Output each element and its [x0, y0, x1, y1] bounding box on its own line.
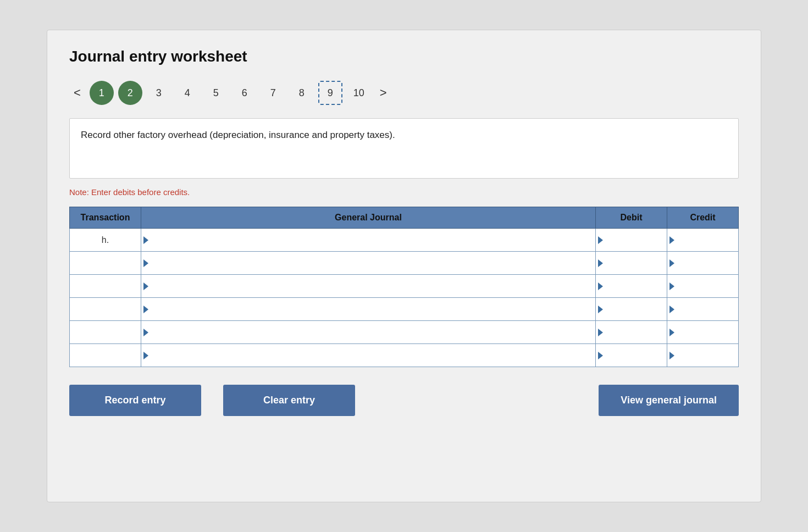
triangle-journal-5	[143, 352, 148, 359]
page-num-8[interactable]: 8	[290, 81, 314, 105]
table-row	[70, 252, 739, 275]
transaction-cell-5	[70, 344, 141, 367]
record-entry-button[interactable]: Record entry	[69, 385, 201, 416]
table-row	[70, 344, 739, 367]
debit-input-4[interactable]	[596, 321, 667, 343]
page-num-5[interactable]: 5	[204, 81, 228, 105]
note-text: Note: Enter debits before credits.	[69, 187, 739, 197]
credit-input-1[interactable]	[667, 252, 738, 274]
journal-cell-1[interactable]	[141, 252, 596, 275]
table-row	[70, 321, 739, 344]
page-title: Journal entry worksheet	[69, 48, 739, 65]
journal-input-4[interactable]	[149, 321, 595, 343]
credit-cell-4[interactable]	[667, 321, 739, 344]
page-num-9[interactable]: 9	[318, 81, 342, 105]
triangle-debit-2	[598, 282, 603, 290]
credit-input-2[interactable]	[667, 275, 738, 297]
credit-input-0[interactable]	[667, 229, 738, 251]
transaction-cell-2	[70, 275, 141, 298]
debit-cell-2[interactable]	[596, 275, 667, 298]
page-num-6[interactable]: 6	[233, 81, 257, 105]
clear-entry-button[interactable]: Clear entry	[223, 385, 355, 416]
page-num-1[interactable]: 1	[90, 81, 114, 105]
col-header-transaction: Transaction	[70, 207, 141, 229]
description-text: Record other factory overhead (depreciat…	[81, 130, 395, 140]
credit-input-5[interactable]	[667, 344, 738, 367]
table-row: h.	[70, 229, 739, 252]
col-header-credit: Credit	[667, 207, 739, 229]
triangle-journal-0	[143, 236, 148, 244]
triangle-debit-4	[598, 329, 603, 336]
triangle-journal-4	[143, 329, 148, 336]
triangle-credit-1	[669, 259, 674, 267]
triangle-journal-2	[143, 282, 148, 290]
journal-input-0[interactable]	[149, 229, 595, 251]
table-row	[70, 275, 739, 298]
credit-cell-2[interactable]	[667, 275, 739, 298]
page-num-7[interactable]: 7	[261, 81, 285, 105]
journal-input-5[interactable]	[149, 344, 595, 367]
credit-cell-1[interactable]	[667, 252, 739, 275]
triangle-debit-3	[598, 306, 603, 313]
debit-cell-4[interactable]	[596, 321, 667, 344]
credit-input-3[interactable]	[667, 298, 738, 320]
credit-cell-3[interactable]	[667, 298, 739, 321]
journal-cell-5[interactable]	[141, 344, 596, 367]
triangle-journal-3	[143, 306, 148, 313]
journal-cell-4[interactable]	[141, 321, 596, 344]
page-num-4[interactable]: 4	[175, 81, 200, 105]
debit-cell-0[interactable]	[596, 229, 667, 252]
debit-input-5[interactable]	[596, 344, 667, 367]
triangle-journal-1	[143, 259, 148, 267]
journal-input-2[interactable]	[149, 275, 595, 297]
view-journal-button[interactable]: View general journal	[599, 385, 739, 416]
page-num-3[interactable]: 3	[147, 81, 171, 105]
triangle-debit-0	[598, 236, 603, 244]
debit-input-1[interactable]	[596, 252, 667, 274]
debit-input-2[interactable]	[596, 275, 667, 297]
transaction-cell-0: h.	[70, 229, 141, 252]
journal-cell-2[interactable]	[141, 275, 596, 298]
debit-input-3[interactable]	[596, 298, 667, 320]
debit-input-0[interactable]	[596, 229, 667, 251]
credit-cell-0[interactable]	[667, 229, 739, 252]
journal-cell-0[interactable]	[141, 229, 596, 252]
triangle-debit-1	[598, 259, 603, 267]
prev-arrow[interactable]: <	[69, 84, 85, 102]
col-header-journal: General Journal	[141, 207, 596, 229]
triangle-credit-5	[669, 352, 674, 359]
page-num-10[interactable]: 10	[347, 81, 371, 105]
triangle-debit-5	[598, 352, 603, 359]
journal-input-3[interactable]	[149, 298, 595, 320]
triangle-credit-2	[669, 282, 674, 290]
credit-cell-5[interactable]	[667, 344, 739, 367]
description-box: Record other factory overhead (depreciat…	[69, 118, 739, 179]
transaction-cell-3	[70, 298, 141, 321]
journal-table: Transaction General Journal Debit Credit…	[69, 207, 739, 367]
triangle-credit-4	[669, 329, 674, 336]
col-header-debit: Debit	[596, 207, 667, 229]
triangle-credit-0	[669, 236, 674, 244]
debit-cell-1[interactable]	[596, 252, 667, 275]
debit-cell-3[interactable]	[596, 298, 667, 321]
button-row: Record entry Clear entry View general jo…	[69, 385, 739, 416]
page-num-2[interactable]: 2	[118, 81, 142, 105]
debit-cell-5[interactable]	[596, 344, 667, 367]
triangle-credit-3	[669, 306, 674, 313]
journal-input-1[interactable]	[149, 252, 595, 274]
journal-cell-3[interactable]	[141, 298, 596, 321]
pagination: < 12345678910>	[69, 81, 739, 105]
main-container: Journal entry worksheet < 12345678910> R…	[47, 30, 761, 502]
transaction-cell-1	[70, 252, 141, 275]
transaction-cell-4	[70, 321, 141, 344]
next-arrow[interactable]: >	[375, 84, 391, 102]
table-row	[70, 298, 739, 321]
credit-input-4[interactable]	[667, 321, 738, 343]
